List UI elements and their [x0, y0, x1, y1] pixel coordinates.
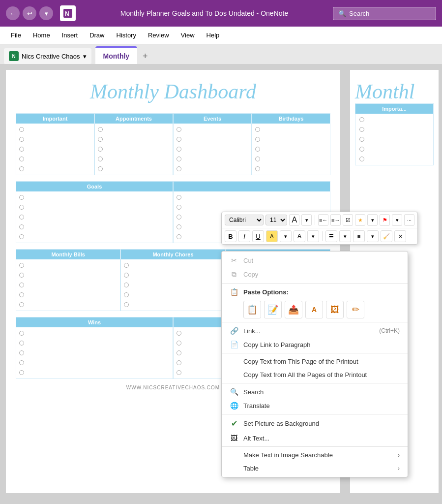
menu-insert[interactable]: Insert [57, 29, 83, 42]
more-options-button[interactable]: ··· [404, 214, 414, 226]
tab-monthly[interactable]: Monthly [95, 46, 138, 64]
ctx-separator-1 [222, 283, 408, 284]
list-item [253, 144, 329, 154]
wins-rows [16, 327, 173, 378]
undo-button[interactable]: ↩ [23, 6, 36, 20]
context-menu-alt-text[interactable]: 🖼 Alt Text... [222, 431, 408, 445]
underline-button[interactable]: U [252, 230, 264, 242]
text-highlight-button[interactable]: A [289, 214, 299, 226]
app-title: Monthly Planner Goals and To Dos Undated… [81, 9, 328, 17]
paste-icons-row: 📋 📝 📤 A 🖼 ✏ [222, 299, 408, 320]
make-searchable-label: Make Text in Image Searchable [243, 451, 393, 459]
top-grid: Important Appointments [16, 113, 330, 175]
chevron-text-color-icon[interactable]: ▾ [280, 230, 292, 242]
context-menu-link[interactable]: 🔗 Link... (Ctrl+K) [222, 324, 408, 338]
svg-text:N: N [65, 10, 69, 17]
chevron-highlight-icon[interactable]: ▾ [301, 214, 312, 226]
chevron-font-color-icon[interactable]: ▾ [307, 230, 319, 242]
menu-view[interactable]: View [176, 29, 200, 42]
star-button[interactable]: ★ [355, 214, 365, 226]
toolbar-separator-2 [322, 231, 323, 241]
right-page-title: Monthl [355, 80, 434, 103]
table-arrow-icon: › [398, 465, 400, 472]
font-selector[interactable]: Calibri [225, 215, 264, 225]
context-menu-copy[interactable]: ⧉ Copy [222, 267, 408, 282]
font-size-selector[interactable]: 11 [265, 215, 287, 225]
context-menu-copy-text-all[interactable]: Copy Text from All the Pages of the Prin… [222, 368, 408, 381]
copy-text-all-label: Copy Text from All the Pages of the Prin… [243, 371, 400, 378]
indent-decrease-button[interactable]: ≡← [318, 214, 328, 226]
copy-label: Copy [243, 271, 400, 278]
list-item [17, 232, 172, 242]
list-item [17, 134, 93, 144]
context-menu-set-picture-bg[interactable]: ✔ Set Picture as Background [222, 416, 408, 431]
search-box[interactable]: 🔍 Search [333, 7, 436, 20]
list-item [175, 154, 250, 164]
flag-button[interactable]: ⚑ [380, 214, 390, 226]
indent-increase-button[interactable]: ≡→ [330, 214, 341, 226]
section-monthly-chores: Monthly Chores [120, 249, 225, 311]
chevron-bullet-icon[interactable]: ▾ [339, 230, 351, 242]
bold-button[interactable]: B [225, 230, 236, 242]
paste-default-button[interactable]: 📋 [243, 301, 261, 318]
paste-text-only-button[interactable]: A [305, 301, 323, 318]
list-item [17, 260, 119, 270]
italic-button[interactable]: I [238, 230, 250, 242]
list-item [96, 125, 172, 134]
list-item [357, 115, 431, 125]
context-menu-cut[interactable]: ✂ Cut [222, 253, 408, 267]
paste-keep-source-button[interactable]: 📤 [285, 301, 302, 318]
paste-image-button[interactable]: 🖼 [326, 301, 344, 318]
chevron-star-icon[interactable]: ▾ [367, 214, 378, 226]
chevron-numbered-icon[interactable]: ▾ [367, 230, 379, 242]
context-menu-search[interactable]: 🔍 Search [222, 385, 408, 399]
menu-help[interactable]: Help [202, 29, 225, 42]
col-appointments-header: Appointments [95, 114, 173, 124]
list-item [357, 144, 431, 154]
context-menu: ✂ Cut ⧉ Copy 📋 Paste Options: 📋 📝 📤 A 🖼 … [221, 251, 408, 477]
notebook-icon: N [9, 51, 19, 61]
window-controls[interactable]: ← ↩ ▾ [6, 6, 53, 20]
chores-rows [121, 259, 225, 311]
paste-merge-button[interactable]: 📝 [264, 301, 282, 318]
right-col-important: Importa... [355, 103, 434, 165]
notebook-name: Nics Creative Chaos [22, 53, 80, 60]
menu-draw[interactable]: Draw [85, 29, 109, 42]
font-color-button[interactable]: A [294, 230, 305, 242]
more-button[interactable]: ▾ [39, 6, 53, 20]
list-item [17, 154, 93, 164]
highlight-yellow-button[interactable]: A [266, 230, 278, 242]
menu-review[interactable]: Review [143, 29, 174, 42]
checkbox-button[interactable]: ☑ [343, 214, 353, 226]
context-menu-translate[interactable]: 🌐 Translate [222, 399, 408, 412]
list-item [17, 290, 119, 300]
menu-history[interactable]: History [112, 29, 141, 42]
list-item [96, 164, 172, 174]
bullet-list-button[interactable]: ☰ [325, 230, 337, 242]
context-menu-make-searchable[interactable]: Make Text in Image Searchable › [222, 448, 408, 462]
paste-edit-button[interactable]: ✏ [347, 301, 364, 318]
tab-add-button[interactable]: + [137, 48, 153, 64]
menu-file[interactable]: File [6, 29, 26, 42]
list-item [175, 144, 250, 154]
section-monthly-bills: Monthly Bills [16, 249, 120, 311]
menu-home[interactable]: Home [28, 29, 55, 42]
numbered-list-button[interactable]: ≡ [353, 230, 365, 242]
context-menu-copy-link[interactable]: 📄 Copy Link to Paragraph [222, 338, 408, 351]
translate-icon: 🌐 [230, 402, 238, 410]
list-item [175, 164, 250, 174]
ctx-separator-6 [222, 446, 408, 447]
notebook-selector[interactable]: N Nics Creative Chaos ▾ [4, 48, 91, 64]
list-item [253, 154, 329, 164]
list-item [122, 280, 224, 290]
main-area: Monthly Dashboard Important Appointments [0, 64, 442, 504]
list-item [357, 125, 431, 134]
eraser-button[interactable]: 🧹 [381, 230, 392, 242]
context-menu-table[interactable]: Table › [222, 462, 408, 475]
col-birthdays: Birthdays [252, 113, 330, 175]
floating-toolbar: Calibri 11 A ▾ ≡← ≡→ ☑ ★ ▾ ⚑ ▾ ··· B I U… [221, 212, 418, 245]
close-button[interactable]: ✕ [394, 230, 406, 242]
back-button[interactable]: ← [6, 6, 20, 20]
context-menu-copy-text-page[interactable]: Copy Text from This Page of the Printout [222, 355, 408, 368]
chevron-flag-icon[interactable]: ▾ [392, 214, 402, 226]
